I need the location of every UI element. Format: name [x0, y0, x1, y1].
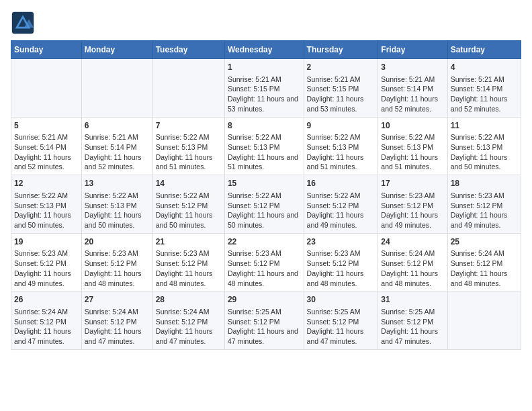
cell-info: Sunset: 5:12 PM [381, 201, 444, 211]
cell-info: Sunrise: 5:21 AM [14, 132, 79, 142]
cell-info: Sunset: 5:12 PM [307, 317, 375, 327]
cell-info: Sunset: 5:14 PM [451, 84, 518, 94]
cell-info: Daylight: 11 hours and 48 minutes. [381, 269, 444, 288]
calendar-cell: 25Sunrise: 5:24 AMSunset: 5:12 PMDayligh… [447, 233, 521, 291]
calendar-cell: 31Sunrise: 5:25 AMSunset: 5:12 PMDayligh… [378, 291, 447, 350]
cell-info: Daylight: 11 hours and 48 minutes. [307, 269, 375, 288]
cell-info: Daylight: 11 hours and 50 minutes. [85, 210, 150, 230]
cell-info: Daylight: 11 hours and 52 minutes. [451, 94, 518, 113]
cell-info: Sunset: 5:13 PM [85, 201, 150, 211]
cell-info: Daylight: 11 hours and 51 minutes. [156, 152, 222, 172]
cell-info: Sunset: 5:12 PM [228, 259, 301, 269]
cell-info: Daylight: 11 hours and 47 minutes. [85, 326, 150, 346]
day-number: 12 [14, 178, 79, 189]
day-number: 7 [156, 120, 222, 132]
cell-info: Sunset: 5:12 PM [156, 317, 222, 327]
cell-info: Daylight: 11 hours and 52 minutes. [14, 152, 79, 172]
weekday-header-row: SundayMondayTuesdayWednesdayThursdayFrid… [11, 41, 521, 59]
calendar-cell: 29Sunrise: 5:25 AMSunset: 5:12 PMDayligh… [224, 291, 304, 350]
cell-info: Daylight: 11 hours and 48 minutes. [451, 269, 518, 288]
calendar-cell: 6Sunrise: 5:21 AMSunset: 5:14 PMDaylight… [81, 117, 152, 175]
calendar-table: SundayMondayTuesdayWednesdayThursdayFrid… [11, 40, 521, 350]
cell-info: Sunrise: 5:22 AM [228, 191, 301, 201]
day-number: 21 [156, 236, 222, 248]
calendar-cell: 9Sunrise: 5:22 AMSunset: 5:13 PMDaylight… [304, 117, 378, 175]
cell-info: Daylight: 11 hours and 50 minutes. [451, 152, 518, 172]
cell-info: Sunrise: 5:23 AM [156, 248, 222, 259]
cell-info: Sunset: 5:12 PM [156, 201, 222, 211]
day-number: 24 [381, 236, 444, 248]
cell-info: Sunset: 5:12 PM [156, 259, 222, 269]
cell-info: Daylight: 11 hours and 49 minutes. [14, 269, 79, 288]
cell-info: Sunset: 5:12 PM [451, 201, 518, 211]
week-row-3: 12Sunrise: 5:22 AMSunset: 5:13 PMDayligh… [11, 175, 521, 234]
cell-info: Daylight: 11 hours and 47 minutes. [14, 326, 79, 346]
cell-info: Daylight: 11 hours and 48 minutes. [156, 269, 222, 288]
logo [11, 11, 38, 35]
calendar-cell: 13Sunrise: 5:22 AMSunset: 5:13 PMDayligh… [81, 175, 152, 234]
cell-info: Sunrise: 5:25 AM [228, 307, 301, 317]
cell-info: Daylight: 11 hours and 47 minutes. [156, 326, 222, 346]
cell-info: Sunrise: 5:22 AM [307, 191, 375, 201]
calendar-cell: 2Sunrise: 5:21 AMSunset: 5:15 PMDaylight… [304, 59, 378, 118]
cell-info: Daylight: 11 hours and 50 minutes. [156, 210, 222, 230]
cell-info: Daylight: 11 hours and 47 minutes. [307, 326, 375, 346]
calendar-cell: 22Sunrise: 5:23 AMSunset: 5:12 PMDayligh… [224, 233, 304, 291]
cell-info: Daylight: 11 hours and 51 minutes. [228, 152, 301, 172]
cell-info: Daylight: 11 hours and 50 minutes. [14, 210, 79, 230]
cell-info: Sunrise: 5:21 AM [307, 75, 375, 85]
cell-info: Sunrise: 5:23 AM [85, 248, 150, 259]
cell-info: Sunrise: 5:21 AM [228, 75, 301, 85]
calendar-cell: 23Sunrise: 5:23 AMSunset: 5:12 PMDayligh… [304, 233, 378, 291]
cell-info: Sunset: 5:12 PM [85, 259, 150, 269]
calendar-cell: 26Sunrise: 5:24 AMSunset: 5:12 PMDayligh… [11, 291, 82, 350]
week-row-2: 5Sunrise: 5:21 AMSunset: 5:14 PMDaylight… [11, 117, 521, 175]
cell-info: Sunset: 5:12 PM [14, 259, 79, 269]
cell-info: Daylight: 11 hours and 47 minutes. [381, 326, 444, 346]
cell-info: Daylight: 11 hours and 52 minutes. [381, 94, 444, 113]
cell-info: Sunset: 5:12 PM [381, 259, 444, 269]
day-number: 5 [14, 120, 79, 132]
cell-info: Sunrise: 5:22 AM [307, 132, 375, 142]
cell-info: Daylight: 11 hours and 51 minutes. [307, 152, 375, 172]
cell-info: Sunset: 5:12 PM [451, 259, 518, 269]
weekday-header-saturday: Saturday [447, 41, 521, 59]
cell-info: Sunset: 5:15 PM [307, 84, 375, 94]
calendar-cell: 5Sunrise: 5:21 AMSunset: 5:14 PMDaylight… [11, 117, 82, 175]
day-number: 22 [228, 236, 301, 248]
calendar-cell: 8Sunrise: 5:22 AMSunset: 5:13 PMDaylight… [224, 117, 304, 175]
day-number: 18 [451, 178, 518, 189]
cell-info: Daylight: 11 hours and 51 minutes. [381, 152, 444, 172]
calendar-cell: 18Sunrise: 5:23 AMSunset: 5:12 PMDayligh… [447, 175, 521, 234]
day-number: 8 [228, 120, 301, 132]
cell-info: Sunrise: 5:22 AM [156, 132, 222, 142]
cell-info: Sunrise: 5:24 AM [85, 307, 150, 317]
cell-info: Sunrise: 5:21 AM [381, 75, 444, 85]
calendar-cell: 11Sunrise: 5:22 AMSunset: 5:13 PMDayligh… [447, 117, 521, 175]
day-number: 1 [228, 62, 301, 73]
day-number: 2 [307, 62, 375, 73]
calendar-cell: 17Sunrise: 5:23 AMSunset: 5:12 PMDayligh… [378, 175, 447, 234]
cell-info: Sunset: 5:12 PM [307, 201, 375, 211]
calendar-cell: 4Sunrise: 5:21 AMSunset: 5:14 PMDaylight… [447, 59, 521, 118]
cell-info: Sunset: 5:13 PM [14, 201, 79, 211]
cell-info: Sunrise: 5:25 AM [307, 307, 375, 317]
cell-info: Sunset: 5:14 PM [14, 142, 79, 152]
cell-info: Daylight: 11 hours and 48 minutes. [85, 269, 150, 288]
cell-info: Sunrise: 5:22 AM [228, 132, 301, 142]
calendar-cell: 10Sunrise: 5:22 AMSunset: 5:13 PMDayligh… [378, 117, 447, 175]
calendar-cell: 20Sunrise: 5:23 AMSunset: 5:12 PMDayligh… [81, 233, 152, 291]
cell-info: Daylight: 11 hours and 53 minutes. [307, 94, 375, 113]
calendar-cell: 24Sunrise: 5:24 AMSunset: 5:12 PMDayligh… [378, 233, 447, 291]
cell-info: Sunset: 5:14 PM [85, 142, 150, 152]
cell-info: Daylight: 11 hours and 48 minutes. [228, 269, 301, 288]
calendar-cell: 12Sunrise: 5:22 AMSunset: 5:13 PMDayligh… [11, 175, 82, 234]
weekday-header-wednesday: Wednesday [224, 41, 304, 59]
cell-info: Sunrise: 5:24 AM [14, 307, 79, 317]
week-row-1: 1Sunrise: 5:21 AMSunset: 5:15 PMDaylight… [11, 59, 521, 118]
cell-info: Daylight: 11 hours and 49 minutes. [451, 210, 518, 230]
cell-info: Sunrise: 5:22 AM [451, 132, 518, 142]
cell-info: Sunset: 5:13 PM [156, 142, 222, 152]
cell-info: Sunrise: 5:22 AM [381, 132, 444, 142]
cell-info: Sunset: 5:12 PM [228, 317, 301, 327]
